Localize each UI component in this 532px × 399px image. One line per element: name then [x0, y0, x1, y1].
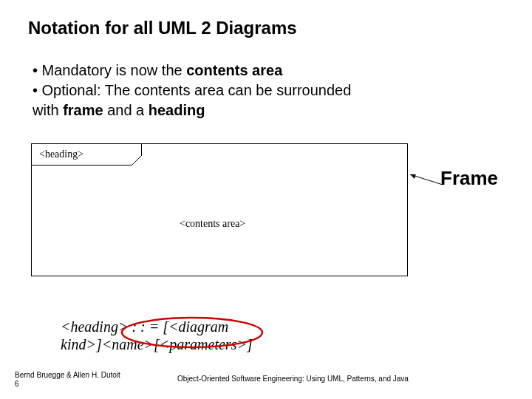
bullet-list: • Mandatory is now the contents area • O… — [33, 61, 505, 120]
grammar-line-2: kind>]<name>[<parameters>] — [61, 335, 327, 353]
bullet-2-text: • Optional: The contents area can be sur… — [33, 82, 351, 98]
tab-notch-icon — [127, 151, 142, 166]
bullet-3-bold2: heading — [149, 102, 205, 118]
bullet-3-prefix: with — [33, 102, 63, 118]
uml-heading-tab: <heading> — [31, 143, 142, 166]
bullet-1: • Mandatory is now the contents area — [33, 61, 505, 81]
heading-placeholder: <heading> — [39, 149, 83, 160]
bullet-2-cont: with frame and a heading — [33, 100, 505, 120]
footer-page-number: 6 — [15, 380, 120, 389]
svg-marker-4 — [410, 174, 416, 179]
grammar-definition: <heading> : : = [<diagram kind>]<name>[<… — [61, 318, 327, 353]
footer-authors-line: Bernd Bruegge & Allen H. Dutoit — [15, 371, 120, 380]
bullet-3-bold1: frame — [63, 102, 103, 118]
footer-authors: Bernd Bruegge & Allen H. Dutoit 6 — [15, 371, 120, 389]
bullet-1-bold: contents area — [186, 62, 282, 78]
uml-frame: <heading> <contents area> — [31, 143, 408, 276]
frame-label: Frame — [440, 167, 498, 190]
grammar-line-1: <heading> : : = [<diagram — [61, 318, 327, 335]
bullet-2: • Optional: The contents area can be sur… — [33, 81, 505, 100]
contents-placeholder: <contents area> — [180, 218, 245, 230]
svg-line-3 — [410, 174, 443, 185]
footer-book-title: Object-Oriented Software Engineering: Us… — [177, 375, 409, 383]
bullet-3-mid: and a — [103, 102, 149, 118]
bullet-1-text: • Mandatory is now the — [33, 62, 186, 78]
slide-title: Notation for all UML 2 Diagrams — [28, 18, 297, 38]
